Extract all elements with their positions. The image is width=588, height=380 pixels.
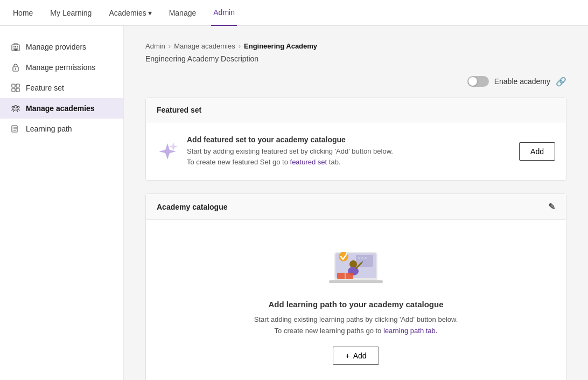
breadcrumb-separator-2: › bbox=[239, 42, 241, 50]
svg-point-14 bbox=[12, 106, 14, 108]
feature-icon bbox=[11, 83, 20, 93]
svg-point-31 bbox=[339, 252, 348, 261]
sidebar-item-manage-providers[interactable]: Manage providers bbox=[0, 37, 123, 57]
toggle-knob bbox=[468, 77, 477, 86]
nav-home[interactable]: Home bbox=[11, 0, 35, 26]
breadcrumb-admin: Admin bbox=[145, 42, 165, 50]
page-description: Engineering Academy Description bbox=[145, 54, 566, 63]
featured-set-section: Featured set Add featured set to your ac… bbox=[145, 98, 566, 181]
svg-point-25 bbox=[349, 260, 357, 268]
enable-academy-label: Enable academy bbox=[494, 77, 550, 86]
featured-set-text: Add featured set to your academy catalog… bbox=[187, 135, 510, 167]
sparkle-icon bbox=[157, 141, 178, 162]
academy-catalogue-header: Academy catalogue ✎ bbox=[146, 194, 566, 220]
nav-manage[interactable]: Manage bbox=[167, 0, 199, 26]
academies-icon bbox=[11, 103, 20, 113]
breadcrumb-separator-1: › bbox=[169, 42, 171, 50]
nav-admin[interactable]: Admin bbox=[211, 0, 237, 26]
svg-rect-4 bbox=[13, 49, 15, 50]
svg-rect-11 bbox=[12, 88, 15, 92]
svg-rect-6 bbox=[15, 49, 17, 51]
svg-rect-10 bbox=[16, 84, 19, 87]
catalogue-empty-heading: Add learning path to your academy catalo… bbox=[268, 300, 443, 309]
catalogue-illustration bbox=[324, 236, 388, 290]
featured-set-description: Start by adding existing featured set by… bbox=[187, 146, 510, 167]
catalogue-add-label: Add bbox=[353, 351, 367, 360]
svg-point-8 bbox=[15, 68, 16, 70]
nav-academies[interactable]: Academies ▾ bbox=[107, 0, 153, 26]
svg-rect-3 bbox=[17, 46, 18, 47]
svg-rect-12 bbox=[16, 88, 19, 92]
lock-icon bbox=[11, 63, 20, 72]
app-layout: Manage providers Manage permissions bbox=[0, 26, 588, 380]
sidebar-item-feature-set[interactable]: Feature set bbox=[0, 78, 123, 98]
svg-marker-18 bbox=[169, 142, 178, 151]
edit-icon[interactable]: ✎ bbox=[548, 202, 555, 212]
link-icon[interactable]: 🔗 bbox=[556, 77, 566, 87]
sidebar-item-manage-permissions[interactable]: Manage permissions bbox=[0, 57, 123, 78]
sidebar-label-manage-academies: Manage academies bbox=[26, 104, 95, 113]
svg-rect-9 bbox=[12, 84, 15, 87]
chevron-down-icon: ▾ bbox=[148, 9, 152, 17]
main-content: Admin › Manage academies › Engineering A… bbox=[124, 26, 588, 380]
svg-rect-5 bbox=[17, 49, 18, 50]
enable-academy-row: Enable academy 🔗 bbox=[145, 76, 566, 87]
enable-academy-toggle[interactable] bbox=[467, 76, 489, 87]
svg-point-15 bbox=[17, 106, 19, 108]
academy-catalogue-body: Add learning path to your academy catalo… bbox=[146, 220, 566, 380]
catalogue-add-button[interactable]: + Add bbox=[333, 347, 379, 365]
sidebar-label-feature-set: Feature set bbox=[26, 84, 64, 92]
featured-set-header: Featured set bbox=[146, 98, 566, 122]
featured-set-heading: Add featured set to your academy catalog… bbox=[187, 135, 510, 144]
nav-my-learning[interactable]: My Learning bbox=[48, 0, 94, 26]
sidebar-item-learning-path[interactable]: Learning path bbox=[0, 119, 123, 139]
building-icon bbox=[11, 42, 20, 52]
plus-icon: + bbox=[345, 351, 349, 360]
sidebar-label-learning-path: Learning path bbox=[26, 125, 72, 133]
breadcrumb-current: Engineering Academy bbox=[244, 42, 317, 50]
svg-rect-2 bbox=[15, 46, 16, 47]
featured-set-body: Add featured set to your academy catalog… bbox=[146, 122, 566, 180]
sidebar-label-manage-providers: Manage providers bbox=[26, 43, 86, 51]
featured-set-link[interactable]: featured set bbox=[290, 158, 327, 166]
academy-catalogue-title: Academy catalogue bbox=[157, 203, 228, 211]
svg-rect-1 bbox=[13, 46, 15, 47]
academy-catalogue-section: Academy catalogue ✎ bbox=[145, 194, 566, 380]
learning-path-tab-link[interactable]: learning path tab. bbox=[383, 327, 437, 335]
catalogue-empty-description: Start adding existing learning paths by … bbox=[254, 314, 458, 337]
breadcrumb-manage-academies: Manage academies bbox=[174, 42, 235, 50]
svg-rect-32 bbox=[329, 280, 383, 283]
path-icon bbox=[11, 124, 20, 134]
top-nav: Home My Learning Academies ▾ Manage Admi… bbox=[0, 0, 588, 26]
sidebar-label-manage-permissions: Manage permissions bbox=[26, 63, 95, 72]
featured-set-title: Featured set bbox=[157, 106, 201, 114]
svg-point-13 bbox=[15, 106, 17, 108]
sidebar-item-manage-academies[interactable]: Manage academies bbox=[0, 98, 123, 119]
sidebar: Manage providers Manage permissions bbox=[0, 26, 124, 380]
featured-set-add-button[interactable]: Add bbox=[519, 142, 555, 161]
featured-set-row: Add featured set to your academy catalog… bbox=[157, 135, 555, 167]
breadcrumb: Admin › Manage academies › Engineering A… bbox=[145, 42, 566, 50]
